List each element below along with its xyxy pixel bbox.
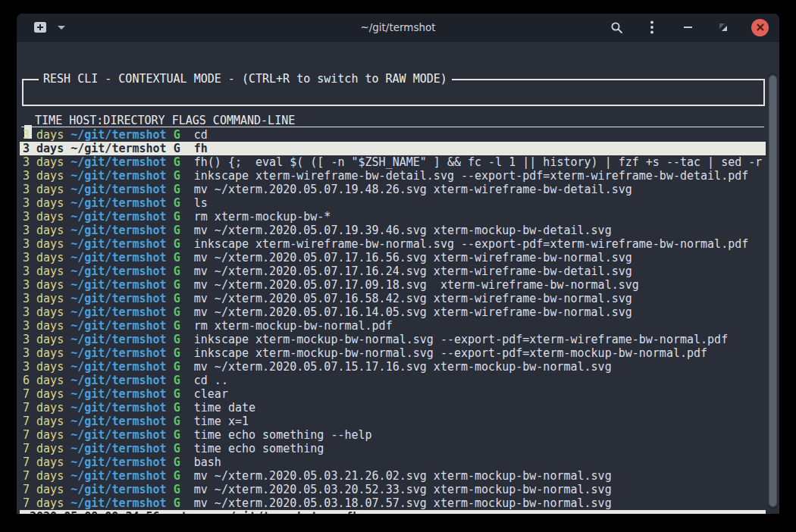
history-row[interactable]: 3 days ~/git/termshot G mv ~/xterm.2020.… <box>20 183 766 196</box>
status-command: fh <box>346 510 359 514</box>
history-row[interactable]: 3 days ~/git/termshot G inkscape xterm-m… <box>20 333 766 346</box>
history-rows: 3 days ~/git/termshot G cd3 days ~/git/t… <box>20 128 766 510</box>
table-header: TIME HOST:DIRECTORY FLAGS COMMAND-LINE <box>21 114 764 127</box>
status-datetime: 2020-05-08 00:34:56 <box>30 510 160 514</box>
history-row[interactable]: 3 days ~/git/termshot G cd <box>20 128 766 142</box>
history-row-selected[interactable]: 3 days ~/git/termshot G fh <box>20 142 766 155</box>
status-bar: 2020-05-08 00:34:56tower:~/git/termshotf… <box>20 510 766 514</box>
history-row[interactable]: 7 days ~/git/termshot G bash <box>20 455 766 469</box>
titlebar: ~/git/termshot <box>17 14 779 42</box>
tab-dropdown-caret-icon[interactable] <box>58 26 65 30</box>
new-tab-button[interactable] <box>32 20 49 35</box>
close-button[interactable] <box>751 19 769 36</box>
history-row[interactable]: 3 days ~/git/termshot G fh() {; eval $( … <box>20 155 766 169</box>
history-row[interactable]: 3 days ~/git/termshot G ls <box>20 196 766 210</box>
history-row[interactable]: 7 days ~/git/termshot G mv ~/xterm.2020.… <box>20 483 766 496</box>
history-row[interactable]: 3 days ~/git/termshot G mv ~/xterm.2020.… <box>20 224 766 237</box>
minimize-icon <box>684 27 692 28</box>
history-row[interactable]: 7 days ~/git/termshot G mv ~/xterm.2020.… <box>20 496 766 510</box>
terminal-content: RESH CLI - CONTEXTUAL MODE - (CTRL+R to … <box>17 42 779 514</box>
menu-kebab-icon <box>650 20 653 34</box>
history-row[interactable]: 7 days ~/git/termshot G mv ~/xterm.2020.… <box>20 469 766 483</box>
history-row[interactable]: 3 days ~/git/termshot G mv ~/xterm.2020.… <box>20 278 766 292</box>
history-row[interactable]: 3 days ~/git/termshot G mv ~/xterm.2020.… <box>20 264 766 278</box>
history-row[interactable]: 7 days ~/git/termshot G time echo someth… <box>20 442 766 455</box>
terminal-window: ~/git/termshot <box>17 14 779 514</box>
scrollbar[interactable] <box>769 73 777 509</box>
history-row[interactable]: 3 days ~/git/termshot G mv ~/xterm.2020.… <box>20 360 766 374</box>
restore-icon <box>719 23 728 32</box>
minimize-button[interactable] <box>680 20 695 35</box>
history-row[interactable]: 3 days ~/git/termshot G inkscape xterm-w… <box>20 169 766 183</box>
history-row[interactable]: 6 days ~/git/termshot G cd .. <box>20 374 766 387</box>
new-tab-icon <box>33 21 48 34</box>
history-row[interactable]: 7 days ~/git/termshot G time echo someth… <box>20 428 766 442</box>
close-icon <box>756 23 765 32</box>
history-row[interactable]: 3 days ~/git/termshot G mv ~/xterm.2020.… <box>20 251 766 264</box>
menu-button[interactable] <box>644 20 660 35</box>
scrollbar-thumb[interactable] <box>769 75 777 507</box>
history-row[interactable]: 3 days ~/git/termshot G mv ~/xterm.2020.… <box>20 305 766 319</box>
history-row[interactable]: 3 days ~/git/termshot G inkscape xterm-m… <box>20 346 766 360</box>
search-box-title: RESH CLI - CONTEXTUAL MODE - (CTRL+R to … <box>39 72 452 86</box>
history-row[interactable]: 3 days ~/git/termshot G mv ~/xterm.2020.… <box>20 292 766 305</box>
history-row[interactable]: 7 days ~/git/termshot G time date <box>20 401 766 415</box>
search-button[interactable] <box>609 20 624 35</box>
search-icon <box>610 21 623 34</box>
history-row[interactable]: 7 days ~/git/termshot G clear <box>20 387 766 401</box>
history-row[interactable]: 3 days ~/git/termshot G rm xterm-mockup-… <box>20 210 766 224</box>
status-host-directory: tower:~/git/termshot <box>181 510 318 514</box>
restore-button[interactable] <box>716 20 731 35</box>
history-row[interactable]: 3 days ~/git/termshot G rm xterm-mockup-… <box>20 319 766 333</box>
history-row[interactable]: 7 days ~/git/termshot G time x=1 <box>20 415 766 428</box>
history-row[interactable]: 3 days ~/git/termshot G inkscape xterm-w… <box>20 237 766 251</box>
search-input[interactable]: RESH CLI - CONTEXTUAL MODE - (CTRL+R to … <box>22 79 765 106</box>
